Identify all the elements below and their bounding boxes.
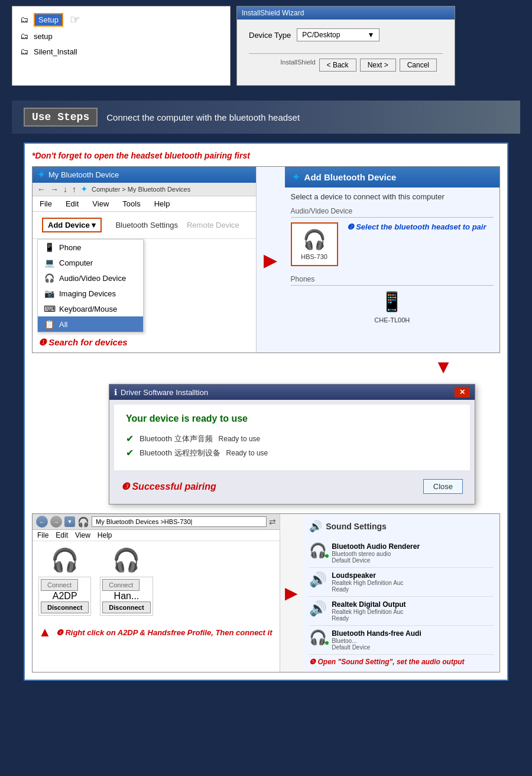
driver-close-button[interactable]: Close [423,479,463,494]
driver-status-2: Ready to use [226,449,268,457]
bt-audio-detail2: Default Device [332,557,494,564]
a2dp-label-area: A2DP [41,591,89,602]
headset-addr-icon: 🎧 [77,516,89,528]
a2dp-connect-btn[interactable]: Connect [41,579,78,591]
dropdown-keyboard[interactable]: ⌨ Keyboard/Mouse [38,301,143,316]
browser-down-btn[interactable]: ▼ [64,516,75,527]
step4-area: ▲ ❹ Right click on A2DP & Handsfree Prof… [33,622,280,643]
bt-title-icon: ✦ [37,169,45,180]
dropdown-imaging-label: Imaging Devices [59,289,116,298]
step2-area: ❷ Select the bluetooth headset to pair [347,222,486,231]
dropdown-phone[interactable]: 📱 Phone [38,240,143,255]
menu-file[interactable]: File [37,198,54,209]
driver-dialog-body: Your device is ready to use ✔ Bluetooth … [114,405,470,470]
step5-label: ❺ Open "Sound Setting", set the audio ou… [309,658,494,666]
next-button[interactable]: Next > [360,59,396,72]
menu-edit[interactable]: Edit [63,198,81,209]
setup-file[interactable]: 🗂 setup [18,30,224,42]
add-bt-icon: ✦ [292,172,300,183]
device-menu-file[interactable]: File [37,531,48,539]
toolbar-row: Add Device ▾ Bluetooth Settings Remote D… [33,212,256,239]
installshield-label: InstallShield [280,59,315,69]
phone-device-tile: 📱 CHE-TL00H [291,290,494,324]
handsfree-tile: 🎧 Connect Han... Disconnect [100,547,153,616]
install-dialog-footer: InstallShield < Back Next > Cancel [249,53,443,76]
bottom-area: ← → ▼ 🎧 My Bluetooth Devices >HBS-730| ⇄… [32,513,500,672]
add-bt-title: Add Bluetooth Device [304,172,397,182]
hbs730-label: HBS-730 [301,253,327,260]
setup-exe-highlighted[interactable]: 🗂 Setup ☞ [18,12,224,27]
driver-close-x-button[interactable]: ✕ [455,387,470,397]
cursor-icon: ☞ [70,12,80,27]
menu-tools[interactable]: Tools [120,198,142,209]
browser-address-bar[interactable]: My Bluetooth Devices >HBS-730| [92,516,267,527]
realtek-digital-info: Realtek Digital Output Realtek High Defi… [332,600,494,622]
bt-handsfree-green-dot: ● [325,638,329,647]
cancel-button[interactable]: Cancel [400,59,437,72]
step3-label: ❸ Successful pairing [121,481,216,492]
nav-bt-icon: ✦ [81,185,87,193]
top-section: 🗂 Setup ☞ 🗂 setup 🗂 Silent_Install Insta… [0,0,532,95]
bt-handsfree-detail2: Default Device [332,644,494,651]
remote-device-item[interactable]: Remote Device [187,221,239,229]
dropdown-audio[interactable]: 🎧 Audio/Video Device [38,270,143,286]
audio-category: Audio/Video Device 🎧 HBS-730 ❷ Select th… [291,207,494,266]
bt-handsfree-detail1: Bluetoo... [332,638,494,644]
nav-down[interactable]: ↓ [63,185,67,194]
device-type-value: PC/Desktop [302,31,340,39]
device-menu-help[interactable]: Help [98,531,112,539]
bt-settings-item[interactable]: Bluetooth Settings [115,221,178,229]
driver-dialog-titlebar: ℹ Driver Software Installtion ✕ [109,384,475,400]
phone-device-icon: 📱 [380,290,404,313]
browser-toolbar: ← → ▼ 🎧 My Bluetooth Devices >HBS-730| ⇄ [33,514,280,530]
bt-handsfree-icon: 🎧 ● [309,629,327,646]
dropdown-all[interactable]: 📋 All [38,316,143,332]
step4-label: ❹ Right click on A2DP & Handsfree Profil… [56,628,273,637]
device-menu-edit[interactable]: Edit [56,531,68,539]
bt-audio-renderer-icon: 🎧 ● [309,542,327,559]
dropdown-computer[interactable]: 💻 Computer [38,255,143,270]
silent-install-file[interactable]: 🗂 Silent_Install [18,46,224,57]
loudspeaker-icon: 🔊 [309,571,327,588]
device-type-select[interactable]: PC/Desktop ▼ [297,28,379,41]
add-device-dropdown: 📱 Phone 💻 Computer 🎧 Audio/Video Device … [37,239,144,332]
a2dp-tile: 🎧 Connect A2DP Disconnect [38,547,91,616]
device-menu-bar: File Edit View Help [33,530,280,541]
realtek-digital-detail1: Realtek High Definition Auc [332,609,494,615]
bt-handsfree-info: Bluetooth Hands-free Audi Bluetoo... Def… [332,629,494,651]
handsfree-connect-btn[interactable]: Connect [102,579,140,591]
setup-exe-icon: 🗂 [18,14,30,25]
handsfree-disconnect-btn[interactable]: Disconnect [102,602,150,613]
speaker-icon: 🔊 [309,520,322,533]
check-icon-2: ✔ [126,447,134,458]
back-button[interactable]: < Back [319,59,356,72]
phones-category: Phones 📱 CHE-TL00H [291,275,494,324]
nav-back[interactable]: ← [37,185,46,194]
device-browser: ← → ▼ 🎧 My Bluetooth Devices >HBS-730| ⇄… [33,514,280,672]
phone-device-label: CHE-TL00H [374,316,410,324]
menu-help[interactable]: Help [152,198,173,209]
add-bt-panel: ✦ Add Bluetooth Device Select a device t… [285,167,499,353]
hbs730-device-card[interactable]: 🎧 HBS-730 [291,222,338,266]
nav-up[interactable]: ↑ [72,185,76,194]
arrow-connector: ▶ [257,167,284,353]
realtek-digital-detail2: Ready [332,615,494,622]
refresh-icon[interactable]: ⇄ [269,517,276,526]
right-arrow-icon: ▶ [264,250,277,270]
add-device-button[interactable]: Add Device ▾ [42,218,102,232]
a2dp-disconnect-btn[interactable]: Disconnect [41,602,89,613]
driver-name-2: Bluetooth 远程控制设备 [140,448,220,458]
sound-settings-header: 🔊 Sound Settings [309,520,494,533]
select-device-text: Select a device to connect with this com… [291,192,494,201]
browser-back-btn[interactable]: ← [36,516,48,528]
handsfree-label-area: Han... [102,591,150,602]
imaging-dd-icon: 📷 [44,289,54,298]
browser-forward-btn[interactable]: → [50,516,62,528]
install-dialog-body: Device Type PC/Desktop ▼ InstallShield <… [237,20,455,85]
dropdown-imaging[interactable]: 📷 Imaging Devices [38,286,143,301]
nav-forward[interactable]: → [50,185,59,194]
driver-dialog-title: Driver Software Installtion [121,388,208,397]
device-menu-view[interactable]: View [75,531,90,539]
menu-view[interactable]: View [90,198,111,209]
loudspeaker-detail1: Realtek High Definition Auc [332,580,494,586]
